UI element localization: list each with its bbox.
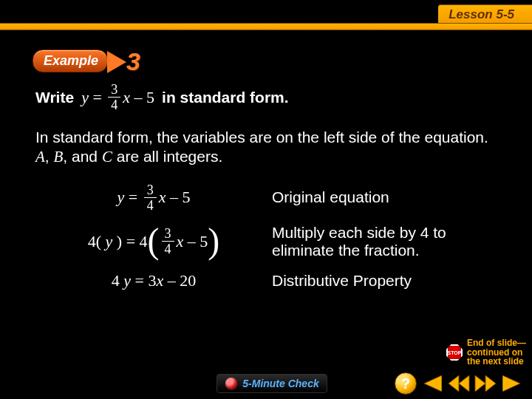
step-row: 4( y ) = 4 ( 3 4 x – 5 ) Multiply each s… (35, 224, 502, 259)
var-b: B (54, 148, 64, 166)
s1-var: x (177, 232, 184, 251)
eq-const-val: – 5 (134, 88, 155, 107)
problem-suffix: in standard form. (162, 89, 289, 106)
nav-forward-button[interactable] (474, 374, 497, 393)
s1-num: 3 (162, 227, 174, 242)
problem-prefix: Write (35, 89, 74, 106)
s2-eq: 4 y = 3x – 20 (112, 271, 196, 290)
eq-lhs: y (81, 88, 89, 107)
fraction: 3 4 (162, 227, 174, 256)
expl-sep1: , (45, 148, 54, 165)
double-arrow-left-icon (448, 375, 470, 392)
var-a: A (35, 148, 45, 166)
step-equation: 4( y ) = 4 ( 3 4 x – 5 ) (35, 227, 272, 256)
svg-marker-1 (449, 375, 459, 392)
example-triangle-icon (107, 51, 126, 73)
example-label: Example (33, 50, 108, 72)
big-rparen-icon: ) (208, 227, 219, 255)
problem-equation: y = 3 4 x – 5 (81, 83, 154, 112)
equals-icon: = 3 (131, 271, 156, 290)
expl-a: In standard form, the variables are on t… (35, 129, 488, 146)
s2-x: x (156, 271, 163, 290)
fraction-den: 4 (111, 98, 117, 112)
globe-icon (225, 377, 238, 390)
fraction: 3 4 (108, 83, 120, 112)
example-badge: Example 3 (33, 47, 140, 76)
big-lparen-icon: ( (148, 227, 160, 255)
equals-icon: = (122, 232, 139, 251)
svg-marker-2 (459, 375, 469, 392)
equals-icon: = (124, 188, 141, 207)
expl-b: are all integers. (112, 148, 222, 165)
stop-icon: STOP (446, 344, 463, 361)
eq-var: x (123, 88, 130, 107)
s0-num: 3 (144, 183, 157, 198)
end-line1: End of slide— (467, 338, 526, 348)
s1-const: – 5 (188, 232, 208, 251)
lesson-tab: Lesson 5-5 (438, 4, 532, 25)
help-button[interactable]: ? (395, 372, 417, 395)
nav-cluster: ? (395, 372, 523, 395)
step-label: Distributive Property (272, 272, 412, 290)
fraction-num: 3 (108, 83, 120, 98)
s1-den: 4 (165, 242, 171, 256)
s0-lhs: y (117, 188, 125, 207)
nav-next-button[interactable] (501, 374, 523, 393)
nav-rewind-button[interactable] (448, 374, 470, 393)
rparen-icon: ) (117, 232, 122, 251)
s1-lhs-y: y (106, 232, 113, 251)
s0-den: 4 (147, 198, 154, 212)
lesson-strip (0, 23, 532, 30)
arrow-left-icon (423, 375, 442, 392)
expl-sep2: , and (63, 148, 102, 165)
s2-y: y (123, 271, 131, 290)
s2-const: – 20 (163, 271, 196, 290)
end-text: End of slide— continued on the next slid… (467, 338, 526, 366)
problem-line: Write y = 3 4 x – 5 in standard form. (35, 83, 502, 112)
svg-marker-0 (424, 375, 442, 392)
s2-4: 4 (112, 271, 124, 290)
s1-prefix2: 4 (140, 232, 148, 251)
example-number: 3 (126, 47, 140, 76)
arrow-right-icon (502, 375, 522, 392)
end-of-slide-note: STOP End of slide— continued on the next… (446, 338, 526, 366)
steps: y = 3 4 x – 5 Original equation 4( y ) = (35, 183, 502, 290)
s0-var: x (159, 188, 166, 207)
fraction: 3 4 (144, 183, 157, 212)
s1-prefix: 4 (88, 232, 96, 251)
slide-content: Write y = 3 4 x – 5 in standard form. In… (35, 83, 502, 290)
footer: 5-Minute Check ? (0, 371, 532, 396)
svg-marker-5 (502, 375, 520, 392)
var-c: C (102, 148, 112, 166)
explanation: In standard form, the variables are on t… (35, 128, 494, 167)
step-label: Original equation (272, 188, 389, 206)
s0-const: – 5 (170, 188, 191, 207)
lparen-icon: ( (96, 232, 101, 251)
step-row: 4 y = 3x – 20 Distributive Property (35, 271, 502, 290)
svg-marker-3 (475, 375, 485, 392)
step-equation: y = 3 4 x – 5 (35, 183, 272, 212)
step-equation: 4 y = 3x – 20 (35, 271, 272, 290)
equals-icon: = (89, 88, 106, 107)
step-label: Multiply each side by 4 to eliminate the… (272, 224, 494, 259)
step-row: y = 3 4 x – 5 Original equation (35, 183, 502, 212)
svg-marker-4 (485, 375, 496, 392)
end-line3: the next slide (467, 357, 526, 366)
double-arrow-right-icon (474, 375, 497, 392)
five-min-label: 5-Minute Check (242, 378, 318, 389)
nav-prev-button[interactable] (421, 374, 443, 393)
five-minute-check-button[interactable]: 5-Minute Check (216, 374, 327, 393)
